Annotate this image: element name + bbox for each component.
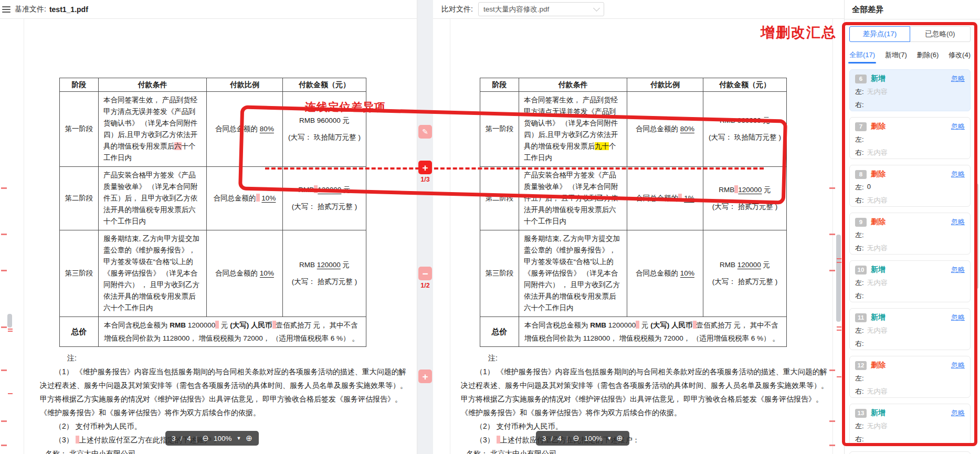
page-number[interactable]: 3 — [542, 435, 546, 442]
side-label: 左: — [855, 278, 864, 288]
minus-icon: − — [422, 269, 428, 279]
diff-index-badge: 13 — [855, 409, 867, 418]
current-diff-button[interactable]: + — [418, 161, 432, 174]
caret-down-icon[interactable]: ▼ — [236, 436, 241, 441]
diff-type-label: 新增 — [871, 313, 886, 322]
diff-index-badge: 12 — [855, 361, 867, 370]
zoom-level[interactable]: 100% — [214, 435, 232, 442]
diff-tick — [1, 187, 7, 189]
side-label: 左: — [855, 326, 864, 335]
ignore-link[interactable]: 忽略 — [951, 408, 965, 418]
diff-tick — [1, 445, 7, 446]
diff-card[interactable]: 7删除忽略左:右:无内容 — [849, 117, 971, 159]
next-diff-button[interactable]: + — [418, 369, 432, 383]
diff-tick — [8, 393, 13, 394]
side-label: 右: — [855, 291, 864, 301]
page-number[interactable]: 3 — [172, 435, 176, 442]
col-ratio: 付款比例 — [207, 78, 283, 92]
col-stage: 阶段 — [480, 78, 519, 92]
table-row: 第三阶段 服务期结束, 乙方向甲方提交加盖公章的《维护服务报告》， 甲方签发等级… — [60, 230, 366, 317]
diff-card[interactable]: 6新增忽略左:无内容右: — [849, 69, 971, 111]
side-value: 无内容 — [867, 326, 888, 335]
diff-tick — [1, 420, 7, 422]
scrollbar-thumb[interactable] — [836, 235, 841, 322]
ignore-link[interactable]: 忽略 — [951, 313, 965, 322]
page-total: 4 — [557, 435, 562, 442]
annotate-pen-button[interactable]: ✎ — [418, 125, 432, 139]
scrollbar-thumb[interactable] — [7, 314, 12, 328]
side-label: 左: — [855, 421, 864, 431]
ignore-link[interactable]: 忽略 — [951, 217, 965, 227]
plus-icon: + — [422, 163, 428, 173]
side-label: 左: — [855, 230, 864, 240]
tab-ignored[interactable]: 已忽略(0) — [910, 26, 971, 42]
zoom-level[interactable]: 100% — [584, 435, 603, 442]
divider — [845, 19, 980, 19]
diff-tick — [829, 270, 835, 271]
col-condition: 付款条件 — [99, 78, 207, 92]
diff-tick — [837, 326, 841, 328]
diff-counter: 1/2 — [417, 282, 433, 289]
diff-index-badge: 8 — [855, 170, 867, 179]
prev-diff-button[interactable]: − — [418, 267, 432, 280]
page-toolbar: 3 / 4 | ⊖ 100% ▼ ⊕ — [165, 431, 259, 446]
compare-file-label: 比对文件: — [441, 5, 473, 14]
diff-card[interactable]: 8删除忽略左:0右:无内容 — [849, 165, 971, 207]
compare-file-select[interactable]: test大量内容修改.pdf — [478, 2, 604, 16]
filter-all[interactable]: 全部(17) — [849, 50, 875, 60]
base-header: 基准文件: test1_1.pdf — [0, 0, 417, 19]
side-label: 右: — [855, 196, 864, 205]
zoom-out-icon[interactable]: ⊖ — [573, 434, 579, 443]
side-label: 右: — [855, 435, 864, 444]
side-label: 右: — [855, 148, 864, 157]
zoom-out-icon[interactable]: ⊖ — [202, 434, 209, 443]
diff-index-badge: 7 — [855, 122, 867, 131]
base-document-pane: 基准文件: test1_1.pdf 阶段 付款条件 付款比例 付款金额（元） 第… — [0, 0, 417, 454]
base-file-name: test1_1.pdf — [49, 5, 88, 14]
side-value: 0 — [867, 183, 871, 192]
side-value: 无内容 — [867, 244, 888, 253]
pen-icon: ✎ — [422, 128, 428, 135]
diff-tick — [837, 376, 841, 377]
col-stage: 阶段 — [60, 78, 99, 92]
diff-card[interactable]: 10新增忽略左:无内容右: — [849, 260, 971, 302]
menu-icon[interactable] — [2, 5, 10, 14]
diff-card[interactable]: 14新增忽略左:无内容右: — [849, 451, 971, 454]
ignore-link[interactable]: 忽略 — [951, 122, 965, 131]
diff-tick — [8, 329, 13, 330]
table-total-row: 总价 本合同含税总金额为 RMB 1200000 元 (大写) 人民币壹佰贰拾万… — [60, 317, 366, 347]
base-doc-area: 阶段 付款条件 付款比例 付款金额（元） 第一阶段 本合同签署生效， 产品到货经… — [0, 19, 417, 454]
diff-tick — [829, 234, 835, 235]
diff-card[interactable]: 9删除忽略左:右:无内容 — [849, 213, 971, 255]
diff-type-label: 新增 — [871, 265, 886, 274]
zoom-in-icon[interactable]: ⊕ — [246, 434, 252, 443]
ignore-link[interactable]: 忽略 — [951, 74, 965, 83]
zoom-in-icon[interactable]: ⊕ — [616, 434, 623, 443]
caret-down-icon[interactable]: ▼ — [607, 436, 612, 441]
diff-card[interactable]: 12删除忽略左:右:无内容 — [849, 356, 971, 398]
filter-added[interactable]: 新增(7) — [885, 50, 907, 60]
diff-tick — [837, 262, 841, 263]
filter-modified[interactable]: 修改(4) — [949, 50, 971, 60]
ignore-link[interactable]: 忽略 — [951, 170, 965, 179]
diff-type-label: 删除 — [871, 122, 886, 131]
table-total-row: 总价 本合同含税总金额为 RMB 1200000 元 (大写) 人民币壹佰贰拾万… — [480, 317, 787, 347]
side-label: 左: — [855, 87, 864, 97]
diff-tick — [829, 187, 835, 189]
col-ratio: 付款比例 — [627, 78, 703, 92]
diff-card[interactable]: 13新增忽略左:无内容右: — [849, 404, 971, 446]
diff-card[interactable]: 11新增忽略左:无内容右: — [849, 308, 971, 350]
scrollbar-thumb[interactable] — [976, 184, 978, 289]
compare-header: 比对文件: test大量内容修改.pdf — [433, 0, 844, 19]
ignore-link[interactable]: 忽略 — [951, 361, 965, 370]
filter-deleted[interactable]: 删除(6) — [916, 50, 939, 60]
diff-type-label: 删除 — [871, 217, 886, 227]
payment-table: 阶段 付款条件 付款比例 付款金额（元） 第一阶段 本合同签署生效， 产品到货经… — [59, 78, 366, 347]
table-row: 第二阶段 产品安装合格甲方签发《产品质量验收单》 （详见本合同附件五）后， 且甲… — [480, 167, 787, 230]
col-condition: 付款条件 — [519, 78, 627, 92]
side-value: 无内容 — [867, 421, 888, 431]
tab-diff-points[interactable]: 差异点(17) — [849, 26, 910, 42]
base-doc-page: 阶段 付款条件 付款比例 付款金额（元） 第一阶段 本合同签署生效， 产品到货经… — [24, 19, 409, 454]
table-header-row: 阶段 付款条件 付款比例 付款金额（元） — [60, 78, 366, 92]
ignore-link[interactable]: 忽略 — [951, 265, 965, 274]
